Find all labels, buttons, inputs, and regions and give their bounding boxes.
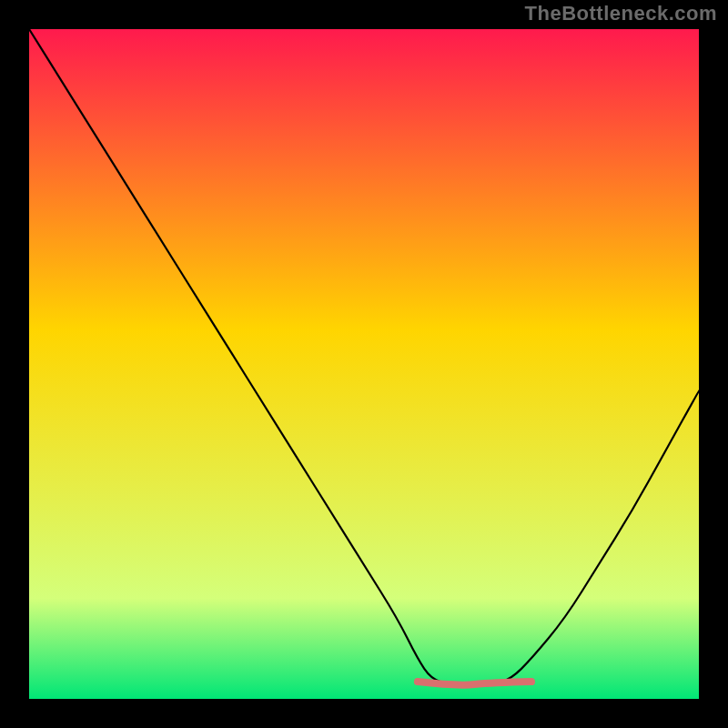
highlight-region (418, 682, 531, 685)
chart-svg (29, 29, 699, 699)
chart-frame: TheBottleneck.com (0, 0, 728, 728)
gradient-background (29, 29, 699, 699)
plot-area (29, 29, 699, 699)
attribution-text: TheBottleneck.com (525, 2, 717, 25)
